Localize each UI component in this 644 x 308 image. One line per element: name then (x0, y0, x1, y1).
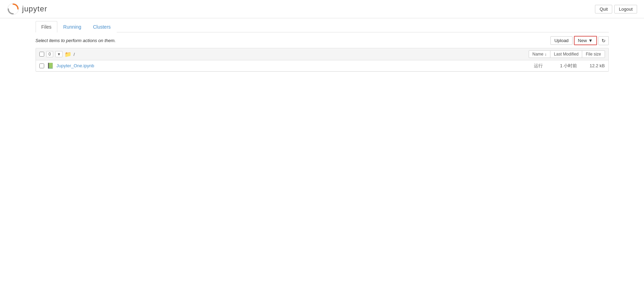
sort-down-icon: ↓ (545, 52, 547, 57)
quit-button[interactable]: Quit (595, 5, 612, 13)
upload-button[interactable]: Upload (550, 36, 572, 45)
running-badge: 运行 (534, 63, 543, 69)
file-link[interactable]: Jupyter_One.ipynb (57, 63, 94, 68)
file-row-right: 运行 1 小时前 12.2 kB (534, 63, 605, 69)
header-buttons: Quit Logout (595, 5, 637, 13)
tabs: Files Running Clusters (36, 21, 609, 32)
new-dropdown-arrow-icon: ▼ (588, 38, 593, 43)
logout-button[interactable]: Logout (614, 5, 637, 13)
file-modified-time: 1 小时前 (550, 63, 577, 69)
file-size-label: File size (582, 50, 605, 58)
toolbar-right: Upload New ▼ ↻ (550, 36, 608, 45)
file-checkbox[interactable] (39, 63, 44, 68)
refresh-button[interactable]: ↻ (598, 36, 609, 45)
new-button[interactable]: New ▼ (575, 37, 596, 44)
select-info: Select items to perform actions on them. (36, 38, 116, 43)
main-container: Files Running Clusters Select items to p… (29, 21, 616, 72)
select-all-checkbox[interactable] (39, 52, 44, 57)
header: jupyter Quit Logout (0, 0, 644, 18)
app-title: jupyter (22, 4, 47, 13)
last-modified-label: Last Modified (550, 50, 582, 58)
name-sort-button[interactable]: Name ↓ (529, 50, 550, 58)
table-row: 📗 Jupyter_One.ipynb 运行 1 小时前 12.2 kB (36, 60, 608, 71)
toolbar: Select items to perform actions on them.… (36, 32, 609, 48)
tab-running[interactable]: Running (57, 21, 87, 32)
breadcrumb-path: / (74, 52, 75, 57)
tab-clusters[interactable]: Clusters (87, 21, 116, 32)
tab-files[interactable]: Files (36, 21, 58, 32)
logo-area: jupyter (7, 3, 47, 15)
file-list: 0 ▼ 📁 / Name ↓ Last Modified File size 📗… (36, 48, 609, 72)
file-list-header: 0 ▼ 📁 / Name ↓ Last Modified File size (36, 48, 608, 60)
svg-point-0 (8, 3, 19, 14)
file-size-value: 12.2 kB (584, 63, 605, 68)
jupyter-logo-icon (7, 3, 19, 15)
folder-icon: 📁 (65, 51, 71, 58)
new-button-group: New ▼ (574, 36, 597, 45)
file-list-header-left: 0 ▼ 📁 / (39, 51, 529, 58)
count-badge: 0 (46, 51, 54, 57)
file-list-header-right: Name ↓ Last Modified File size (529, 50, 605, 58)
file-row-left: 📗 Jupyter_One.ipynb (39, 62, 534, 69)
notebook-icon: 📗 (47, 62, 54, 69)
count-dropdown-icon[interactable]: ▼ (55, 51, 63, 57)
